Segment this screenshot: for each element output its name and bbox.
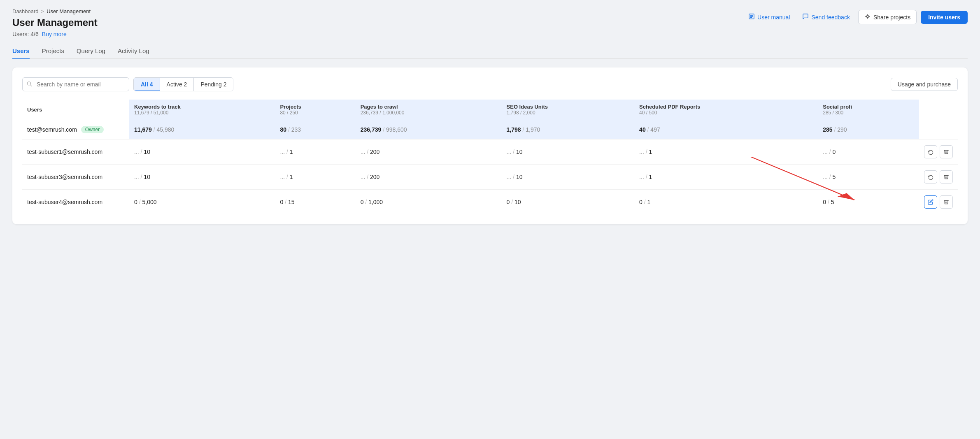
- social-used: ...: [823, 149, 828, 155]
- user-manual-button[interactable]: User manual: [744, 11, 794, 23]
- edit-button[interactable]: [924, 195, 937, 209]
- row-actions: [924, 145, 953, 158]
- projects-cell: ... / 1: [275, 165, 355, 190]
- col-users: Users: [22, 100, 129, 120]
- projects-total: 1: [290, 174, 293, 180]
- chat-icon: [802, 13, 809, 21]
- pages-total: 200: [370, 174, 379, 180]
- social-total: 5: [833, 174, 836, 180]
- keywords-cell: ... / 10: [129, 165, 275, 190]
- search-input[interactable]: [22, 77, 129, 91]
- keywords-cell: ... / 10: [129, 139, 275, 165]
- usage-purchase-button[interactable]: Usage and purchase: [891, 78, 958, 91]
- pdf-cell: 40 / 497: [634, 120, 818, 139]
- col-seo-units: SEO Ideas Units 1,798 / 2,000: [502, 100, 635, 120]
- projects-used: ...: [280, 174, 285, 180]
- pages-used: ...: [361, 149, 365, 155]
- tab-projects[interactable]: Projects: [42, 44, 64, 59]
- table-row: test-subuser3@semrush.com ... / 10 ... /…: [22, 165, 958, 190]
- projects-used: 0: [280, 199, 283, 205]
- col-users-label: Users: [27, 107, 42, 113]
- invite-users-button[interactable]: Invite users: [921, 11, 968, 24]
- pages-cell: 236,739 / 998,600: [356, 120, 502, 139]
- pdf-used: ...: [639, 149, 644, 155]
- delete-button[interactable]: [940, 145, 953, 158]
- table-row: test-subuser4@semrush.com 0 / 5,000 0 / …: [22, 190, 958, 215]
- social-total: 0: [833, 149, 836, 155]
- user-email: test-subuser4@semrush.com: [27, 199, 102, 205]
- social-cell: ... / 0: [818, 139, 919, 165]
- keywords-total: 10: [144, 149, 150, 155]
- pdf-total: 1: [649, 174, 652, 180]
- owner-badge: Owner: [81, 126, 104, 133]
- col-social: Social profi 285 / 300: [818, 100, 919, 120]
- tab-activity-log[interactable]: Activity Log: [118, 44, 149, 59]
- filter-all[interactable]: All 4: [134, 78, 160, 91]
- send-feedback-button[interactable]: Send feedback: [798, 11, 854, 23]
- svg-point-4: [866, 15, 868, 17]
- keywords-cell: 11,679 / 45,980: [129, 120, 275, 139]
- resend-button[interactable]: [924, 170, 937, 183]
- projects-cell: 80 / 233: [275, 120, 355, 139]
- social-total: 5: [831, 199, 834, 205]
- users-table-wrapper: Users Keywords to track 11,679 / 51,000 …: [22, 100, 958, 214]
- row-actions: [924, 170, 953, 183]
- content-card: All 4 Active 2 Pending 2 Usage and purch…: [12, 67, 968, 224]
- social-used: 285: [823, 126, 832, 133]
- user-manual-label: User manual: [757, 14, 790, 21]
- seo-used: 0: [507, 199, 510, 205]
- user-email: test@semrush.com: [27, 126, 77, 133]
- pages-cell: 0 / 1,000: [356, 190, 502, 215]
- users-count-label: Users: 4/6: [12, 31, 39, 37]
- col-social-label: Social profi: [823, 104, 852, 110]
- keywords-total: 5,000: [142, 199, 156, 205]
- seo-cell: 1,798 / 1,970: [502, 120, 635, 139]
- social-used: 0: [823, 199, 826, 205]
- filter-buttons: All 4 Active 2 Pending 2: [133, 77, 233, 91]
- filter-pending[interactable]: Pending 2: [194, 78, 233, 91]
- pdf-cell: ... / 1: [634, 165, 818, 190]
- resend-button[interactable]: [924, 145, 937, 158]
- filter-active[interactable]: Active 2: [160, 78, 194, 91]
- send-feedback-label: Send feedback: [811, 14, 850, 21]
- pdf-used: 40: [639, 126, 646, 133]
- pdf-used: ...: [639, 174, 644, 180]
- keywords-used: ...: [134, 174, 139, 180]
- users-table: Users Keywords to track 11,679 / 51,000 …: [22, 100, 958, 214]
- svg-line-6: [30, 85, 32, 86]
- table-row: test@semrush.com Owner 11,679 / 45,980 8…: [22, 120, 958, 139]
- share-projects-button[interactable]: Share projects: [858, 10, 917, 24]
- col-projects-label: Projects: [280, 104, 301, 110]
- seo-used: 1,798: [507, 126, 521, 133]
- col-projects: Projects 80 / 250: [275, 100, 355, 120]
- col-pdf-sublabel: 40 / 500: [639, 110, 813, 116]
- keywords-total: 10: [144, 174, 150, 180]
- header-actions: User manual Send feedback Share projects…: [744, 8, 968, 24]
- delete-button[interactable]: [940, 170, 953, 183]
- seo-cell: 0 / 10: [502, 190, 635, 215]
- users-count-row: Users: 4/6 Buy more: [12, 31, 98, 37]
- social-cell: ... / 5: [818, 165, 919, 190]
- projects-total: 1: [290, 149, 293, 155]
- social-cell: 0 / 5: [818, 190, 919, 215]
- breadcrumb-home[interactable]: Dashboard: [12, 8, 39, 14]
- delete-button[interactable]: [940, 195, 953, 209]
- pages-total: 1,000: [368, 199, 383, 205]
- projects-cell: 0 / 15: [275, 190, 355, 215]
- usage-purchase-label: Usage and purchase: [898, 81, 951, 88]
- pdf-used: 0: [639, 199, 642, 205]
- tab-users[interactable]: Users: [12, 44, 30, 59]
- pages-cell: ... / 200: [356, 165, 502, 190]
- buy-more-link[interactable]: Buy more: [42, 31, 67, 37]
- search-icon: [26, 81, 32, 88]
- col-pdf-label: Scheduled PDF Reports: [639, 104, 700, 110]
- pdf-cell: 0 / 1: [634, 190, 818, 215]
- tab-query-log[interactable]: Query Log: [77, 44, 105, 59]
- pages-used: 0: [361, 199, 364, 205]
- seo-total: 10: [516, 149, 523, 155]
- keywords-used: 0: [134, 199, 137, 205]
- user-email-cell: test-subuser1@semrush.com: [22, 139, 129, 165]
- col-pages: Pages to crawl 236,739 / 1,000,000: [356, 100, 502, 120]
- breadcrumb: Dashboard > User Management: [12, 8, 98, 14]
- pages-cell: ... / 200: [356, 139, 502, 165]
